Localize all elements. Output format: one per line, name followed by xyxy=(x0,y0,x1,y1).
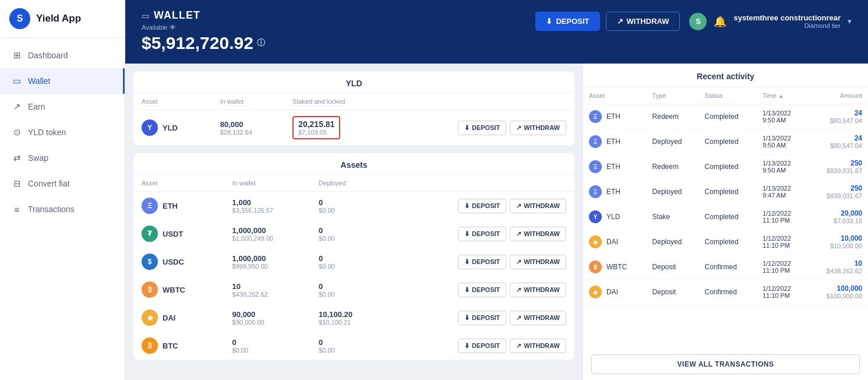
deposit-icon: ⬇ xyxy=(464,124,470,132)
view-all-transactions-button[interactable]: VIEW ALL TRANSACTIONS xyxy=(591,354,860,374)
asset-icon: $ xyxy=(142,254,158,270)
user-tier: Diamond tier xyxy=(733,22,841,29)
activity-amount: 24 $80,547.04 xyxy=(808,104,868,129)
asset-deposit-button[interactable]: ⬇ DEPOSIT xyxy=(458,255,506,269)
activity-amount: 250 $839,031.67 xyxy=(808,154,868,180)
activity-time: 1/12/202211:10 PM xyxy=(757,280,808,305)
sidebar-item-transactions[interactable]: ≡ Transactions xyxy=(0,196,125,222)
chevron-down-icon[interactable]: ▾ xyxy=(848,17,852,26)
bell-icon[interactable]: 🔔 xyxy=(714,15,726,28)
asset-name: USDC xyxy=(163,258,184,266)
deposit-button[interactable]: ⬇ DEPOSIT xyxy=(535,12,599,31)
activity-asset-name: ETH xyxy=(606,163,620,171)
sidebar-item-earn[interactable]: ↗ Earn xyxy=(0,94,125,119)
activity-type: Redeem xyxy=(647,154,699,180)
sidebar-item-dashboard[interactable]: ⊞ Dashboard xyxy=(0,43,125,68)
deployed-usd: $0.00 xyxy=(319,347,378,354)
activity-asset-cell: Ξ ETH xyxy=(589,160,641,173)
deployed-amount: 0 xyxy=(319,226,378,235)
yld-staked-cell: 20,215.81 $7,109.05 xyxy=(292,116,340,139)
user-name: systemthree constructionrear xyxy=(733,13,841,22)
withdraw-button[interactable]: ↗ WITHDRAW xyxy=(606,12,680,31)
earn-icon: ↗ xyxy=(12,101,22,112)
asset-cell: $ USDC xyxy=(142,254,216,270)
yld-deposit-button[interactable]: ⬇ DEPOSIT xyxy=(458,121,506,135)
asset-deposit-button[interactable]: ⬇ DEPOSIT xyxy=(458,199,506,213)
activity-asset-cell: Ξ ETH xyxy=(589,185,641,198)
activity-type: Deployed xyxy=(647,180,699,205)
withdraw-icon: ↗ xyxy=(516,286,521,294)
activity-asset-icon: Ξ xyxy=(589,185,602,198)
sidebar-item-wallet[interactable]: ▭ Wallet xyxy=(0,68,125,94)
yld-withdraw-button[interactable]: ↗ WITHDRAW xyxy=(510,121,566,135)
activity-amount: 10 $438,262.62 xyxy=(808,255,868,280)
sidebar-item-yld-token[interactable]: ⊙ YLD token xyxy=(0,119,125,145)
activity-row: Ξ ETH Deployed Completed 1/13/20229:47 A… xyxy=(583,180,868,205)
asset-deposit-button[interactable]: ⬇ DEPOSIT xyxy=(458,311,506,325)
activity-status: Completed xyxy=(699,129,757,154)
asset-cell: ◈ DAI xyxy=(142,309,216,326)
activity-row: Ξ ETH Redeem Completed 1/13/20229:50 AM … xyxy=(583,104,868,129)
user-info: systemthree constructionrear Diamond tie… xyxy=(733,13,841,29)
logo: S Yield App xyxy=(0,0,125,38)
activity-asset-cell: ◈ DAI xyxy=(589,286,641,298)
activity-amount: 100,000 $100,000.00 xyxy=(808,280,868,305)
in-wallet-amount: 1,000 xyxy=(232,198,303,207)
asset-icon: ₿ xyxy=(142,282,158,298)
withdraw-icon: ↗ xyxy=(516,314,521,322)
sidebar-item-label: Swap xyxy=(28,153,48,163)
asset-actions: ⬇ DEPOSIT ↗ WITHDRAW xyxy=(394,227,566,241)
activity-row: Ξ ETH Deployed Completed 1/13/20229:50 A… xyxy=(583,129,868,154)
wallet-balance: $5,912,720.92 ⓘ xyxy=(142,33,265,53)
yld-row: Y YLD 80,000 $28,132.64 20,215.81 xyxy=(133,110,574,146)
activity-time: 1/13/20229:50 AM xyxy=(757,129,808,154)
deployed-usd: $10,100.21 xyxy=(319,319,378,326)
activity-asset-icon: Ξ xyxy=(589,135,602,148)
in-wallet-usd: $90,000.00 xyxy=(232,319,303,326)
asset-withdraw-button[interactable]: ↗ WITHDRAW xyxy=(510,339,566,353)
deployed-usd: $0.00 xyxy=(319,207,378,214)
asset-deposit-button[interactable]: ⬇ DEPOSIT xyxy=(458,339,506,353)
asset-withdraw-button[interactable]: ↗ WITHDRAW xyxy=(510,255,566,269)
asset-row: ₮ USDT 1,000,000 $1,000,249.00 0 $0.00 ⬇… xyxy=(133,220,574,248)
withdraw-icon: ↗ xyxy=(516,230,521,238)
asset-cell: ₿ WBTC xyxy=(142,282,216,298)
activity-asset-cell: Y YLD xyxy=(589,210,641,223)
deployed-amount: 0 xyxy=(319,254,378,263)
asset-deposit-button[interactable]: ⬇ DEPOSIT xyxy=(458,283,506,297)
activity-asset-name: WBTC xyxy=(606,263,627,271)
in-wallet-amount: 1,000,000 xyxy=(232,226,303,235)
yld-icon: ⊙ xyxy=(12,127,22,138)
sidebar-item-swap[interactable]: ⇄ Swap xyxy=(0,145,125,171)
sidebar-item-convert-fiat[interactable]: ⊟ Convert fiat xyxy=(0,171,125,196)
activity-asset-name: DAI xyxy=(606,238,618,246)
asset-withdraw-button[interactable]: ↗ WITHDRAW xyxy=(510,283,566,297)
act-col-status: Status xyxy=(699,87,757,104)
yld-in-wallet: 80,000 xyxy=(220,120,276,129)
in-wallet-usd: $438,262.62 xyxy=(232,291,303,298)
asset-withdraw-button[interactable]: ↗ WITHDRAW xyxy=(510,311,566,325)
assets-table: Asset In wallet Deployed Ξ ETH 1,000 xyxy=(133,175,574,360)
deployed-amount: 0 xyxy=(319,338,378,347)
in-wallet-usd: $0.00 xyxy=(232,347,303,354)
yld-staked-amount: 20,215.81 xyxy=(298,119,334,129)
activity-status: Completed xyxy=(699,205,757,230)
deployed-amount: 10,100.20 xyxy=(319,310,378,319)
in-wallet-usd: $999,950.00 xyxy=(232,263,303,270)
activity-asset-name: DAI xyxy=(606,288,618,296)
asset-withdraw-button[interactable]: ↗ WITHDRAW xyxy=(510,227,566,241)
asset-withdraw-button[interactable]: ↗ WITHDRAW xyxy=(510,199,566,213)
activity-status: Confirmed xyxy=(699,280,757,305)
activity-row: Ξ ETH Redeem Completed 1/13/20229:50 AM … xyxy=(583,154,868,180)
asset-deposit-button[interactable]: ⬇ DEPOSIT xyxy=(458,227,506,241)
withdraw-icon: ↗ xyxy=(516,124,521,132)
available-label: Available 👁 xyxy=(142,24,265,31)
activity-asset-cell: ₿ WBTC xyxy=(589,261,641,273)
activity-amount: 24 $80,547.04 xyxy=(808,129,868,154)
activity-time: 1/12/202211:10 PM xyxy=(757,230,808,255)
yld-actions: ⬇ DEPOSIT ↗ WITHDRAW xyxy=(396,121,566,135)
deployed-usd: $0.00 xyxy=(319,263,378,270)
asset-actions: ⬇ DEPOSIT ↗ WITHDRAW xyxy=(394,311,566,325)
act-col-amount: Amount xyxy=(808,87,868,104)
yld-asset-cell: Y YLD xyxy=(142,119,204,136)
